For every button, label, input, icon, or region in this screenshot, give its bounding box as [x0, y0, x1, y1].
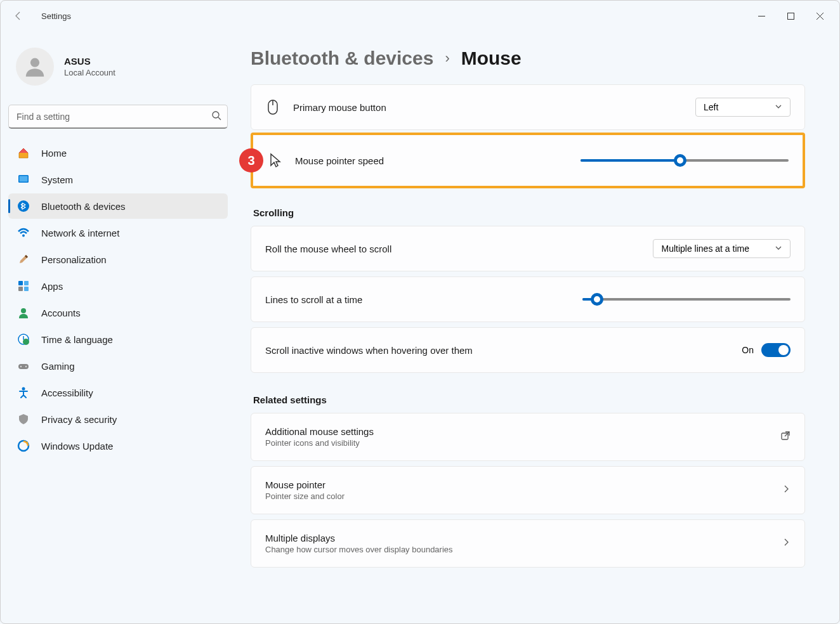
dropdown-value: Left [704, 102, 718, 112]
sidebar-item-bluetooth-devices[interactable]: Bluetooth & devices [8, 193, 228, 219]
toggle-knob [778, 345, 789, 355]
chevron-right-icon [782, 538, 791, 549]
roll-wheel-dropdown[interactable]: Multiple lines at a time [653, 239, 791, 258]
link-subtitle: Pointer size and color [265, 491, 769, 501]
window-controls [747, 6, 834, 26]
app-title: Settings [41, 11, 71, 21]
chevron-down-icon [775, 244, 782, 254]
sidebar-item-apps[interactable]: Apps [8, 273, 228, 299]
sidebar-item-label: System [41, 174, 73, 185]
link-title: Mouse pointer [265, 479, 769, 490]
scrolling-header: Scrolling [253, 207, 805, 218]
setting-label: Primary mouse button [293, 102, 683, 113]
external-link-icon [780, 431, 791, 443]
sidebar-item-windows-update[interactable]: Windows Update [8, 433, 228, 458]
titlebar: Settings [1, 1, 839, 31]
svg-point-2 [213, 112, 219, 118]
primary-button-dropdown[interactable]: Left [695, 98, 791, 117]
minimize-button[interactable] [747, 6, 776, 26]
multiple-displays-link[interactable]: Multiple displays Change how cursor move… [251, 519, 805, 568]
sidebar-item-label: Home [41, 148, 67, 159]
chevron-right-icon [782, 484, 791, 496]
arrow-left-icon [13, 11, 23, 21]
sidebar-item-privacy[interactable]: Privacy & security [8, 406, 228, 432]
sidebar-item-label: Time & language [41, 334, 113, 345]
lines-scroll-row: Lines to scroll at a time [251, 276, 805, 322]
sidebar-item-label: Privacy & security [41, 414, 117, 425]
sidebar-item-label: Windows Update [41, 441, 113, 452]
cursor-icon [267, 153, 282, 168]
sidebar-item-label: Personalization [41, 254, 107, 265]
svg-rect-0 [787, 13, 794, 19]
breadcrumb-parent[interactable]: Bluetooth & devices [251, 48, 433, 69]
close-icon [817, 13, 824, 20]
svg-point-6 [22, 235, 25, 237]
sidebar-item-label: Accounts [41, 308, 81, 318]
apps-icon [17, 280, 30, 292]
lines-scroll-slider[interactable] [582, 298, 791, 301]
svg-point-15 [20, 366, 22, 367]
sidebar-item-label: Bluetooth & devices [41, 201, 126, 212]
related-settings-header: Related settings [253, 394, 805, 405]
sidebar-item-accounts[interactable]: Accounts [8, 300, 228, 325]
additional-mouse-settings-link[interactable]: Additional mouse settings Pointer icons … [251, 413, 805, 461]
svg-point-17 [22, 387, 25, 391]
person-icon [23, 55, 47, 79]
profile-section[interactable]: ASUS Local Account [8, 41, 228, 101]
svg-point-1 [30, 58, 39, 67]
close-button[interactable] [805, 6, 834, 26]
sidebar-item-system[interactable]: System [8, 167, 228, 192]
sidebar-item-network[interactable]: Network & internet [8, 220, 228, 245]
sidebar-item-accessibility[interactable]: Accessibility [8, 380, 228, 405]
svg-rect-8 [24, 281, 29, 285]
search-container [8, 105, 228, 129]
accessibility-icon [17, 386, 30, 399]
gamepad-icon [17, 360, 30, 372]
sidebar-item-personalization[interactable]: Personalization [8, 247, 228, 272]
accounts-icon [17, 306, 30, 319]
home-icon [17, 146, 30, 159]
sidebar-item-gaming[interactable]: Gaming [8, 353, 228, 379]
page-title: Mouse [461, 48, 522, 69]
avatar [16, 48, 54, 86]
maximize-icon [787, 13, 794, 20]
breadcrumb: Bluetooth & devices › Mouse [251, 48, 805, 69]
shield-icon [17, 413, 30, 426]
sidebar-item-time-language[interactable]: Time & language [8, 327, 228, 352]
chevron-down-icon [775, 102, 782, 112]
roll-wheel-row: Roll the mouse wheel to scroll Multiple … [251, 226, 805, 271]
sidebar-item-home[interactable]: Home [8, 140, 228, 166]
pointer-speed-highlight: 3 Mouse pointer speed [251, 133, 805, 188]
back-button[interactable] [6, 3, 31, 29]
slider-thumb[interactable] [674, 154, 686, 167]
dropdown-value: Multiple lines at a time [661, 244, 749, 254]
sidebar: ASUS Local Account Home System Bluetoot [1, 31, 235, 623]
sidebar-item-label: Accessibility [41, 387, 93, 398]
scroll-inactive-toggle[interactable] [761, 343, 791, 357]
sidebar-item-label: Network & internet [41, 228, 119, 238]
nav-list: Home System Bluetooth & devices Network … [8, 140, 228, 458]
svg-rect-4 [20, 176, 28, 182]
setting-label: Scroll inactive windows when hovering ov… [265, 345, 729, 356]
maximize-button[interactable] [776, 6, 805, 26]
system-icon [17, 173, 30, 186]
link-title: Additional mouse settings [265, 426, 768, 437]
paintbrush-icon [17, 253, 30, 266]
mouse-pointer-link[interactable]: Mouse pointer Pointer size and color [251, 466, 805, 514]
search-input[interactable] [8, 105, 228, 129]
search-icon[interactable] [211, 110, 221, 123]
bluetooth-icon [17, 200, 30, 212]
link-subtitle: Pointer icons and visibility [265, 438, 768, 448]
profile-name: ASUS [64, 56, 115, 67]
svg-rect-14 [18, 364, 29, 369]
svg-point-13 [23, 339, 29, 345]
pointer-speed-slider[interactable] [581, 159, 789, 162]
scroll-inactive-row: Scroll inactive windows when hovering ov… [251, 327, 805, 373]
slider-thumb[interactable] [591, 293, 603, 306]
svg-point-16 [25, 366, 27, 367]
mouse-icon [265, 100, 280, 115]
setting-label: Lines to scroll at a time [265, 294, 570, 305]
svg-rect-10 [24, 287, 29, 291]
chevron-right-icon: › [445, 50, 449, 67]
sidebar-item-label: Gaming [41, 361, 75, 372]
